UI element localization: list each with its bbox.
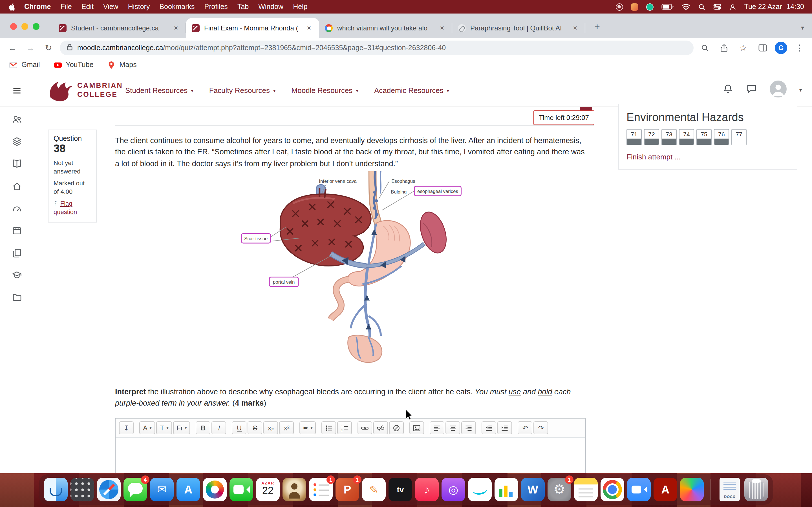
dock-icon-chrome[interactable]	[601, 478, 624, 501]
dock-icon-app-store[interactable]: A	[176, 478, 200, 501]
editor-strikethrough-button[interactable]: S	[248, 421, 262, 434]
window-zoom-button[interactable]	[33, 23, 40, 30]
browser-tab-2[interactable]: Final Exam - Momma Rhonda ( ×	[186, 18, 319, 38]
bookmark-gmail[interactable]: Gmail	[9, 61, 40, 69]
editor-italic-button[interactable]: I	[212, 421, 226, 434]
menubar-item-file[interactable]: File	[60, 3, 71, 11]
question-nav-button-73[interactable]: 73	[661, 129, 677, 145]
finish-attempt-link[interactable]: Finish attempt ...	[626, 153, 789, 161]
nav-academic-resources[interactable]: Academic Resources▾	[374, 86, 449, 94]
dock-icon-facetime[interactable]	[230, 478, 253, 501]
menubar-item-bookmarks[interactable]: Bookmarks	[159, 3, 195, 11]
menubar-item-chrome[interactable]: Chrome	[24, 3, 51, 11]
browser-tab-3[interactable]: which vitamin will you take alo ×	[319, 18, 452, 38]
sidebar-item-folder-icon[interactable]	[12, 292, 22, 302]
dock-icon-docx-file[interactable]: DOCX	[719, 478, 740, 501]
editor-bold-button[interactable]: B	[196, 421, 211, 434]
editor-align-left-button[interactable]	[430, 421, 445, 434]
editor-underline-button[interactable]: U	[232, 421, 247, 434]
back-button[interactable]: ←	[6, 41, 19, 54]
tab-search-button[interactable]: ▾	[801, 24, 804, 32]
dock-icon-reminders[interactable]: 1	[309, 478, 333, 501]
user-avatar[interactable]	[770, 80, 787, 100]
editor-font-family-button[interactable]: Fr▾	[173, 421, 190, 434]
question-nav-button-76[interactable]: 76	[714, 129, 729, 145]
dock-icon-photos[interactable]	[203, 478, 227, 501]
grammarly-icon[interactable]	[646, 3, 654, 10]
tab-close-icon[interactable]: ×	[571, 24, 580, 33]
dock-icon-launchpad[interactable]	[70, 478, 94, 501]
editor-redo-button[interactable]: ↷	[534, 421, 548, 434]
question-nav-button-75[interactable]: 75	[696, 129, 712, 145]
editor-outdent-button[interactable]	[482, 421, 497, 434]
sidebar-item-book-icon[interactable]	[12, 158, 22, 168]
editor-indent-button[interactable]	[498, 421, 512, 434]
menubar-item-window[interactable]: Window	[258, 3, 283, 11]
user-switcher-icon[interactable]	[729, 3, 737, 10]
editor-ordered-list-button[interactable]: 12	[338, 421, 352, 434]
sidebar-item-users-icon[interactable]	[12, 114, 22, 124]
dock-icon-powerpoint[interactable]: P1	[336, 478, 359, 501]
dock-icon-apple-tv[interactable]: tv	[389, 478, 412, 501]
new-tab-button[interactable]: +	[590, 20, 605, 34]
dock-icon-acrobat[interactable]: A	[654, 478, 677, 501]
sidebar-item-menu-icon[interactable]	[12, 86, 22, 96]
browser-tab-1[interactable]: Student - cambriancollege.ca ×	[53, 18, 186, 38]
reload-button[interactable]: ↻	[42, 41, 55, 54]
bookmark-youtube[interactable]: YouTube	[53, 61, 93, 69]
nav-moodle-resources[interactable]: Moodle Resources▾	[292, 86, 358, 94]
nav-student-resources[interactable]: Student Resources▾	[125, 86, 193, 94]
editor-superscript-button[interactable]: x²	[280, 421, 294, 434]
editor-font-size-button[interactable]: T▾	[156, 421, 172, 434]
spotlight-search-icon[interactable]	[698, 3, 705, 10]
dock-icon-safari[interactable]	[97, 478, 121, 501]
editor-link-button[interactable]	[358, 421, 372, 434]
dock-icon-numbers[interactable]	[495, 478, 518, 501]
editor-undo-button[interactable]: ↶	[518, 421, 532, 434]
screen-recording-indicator-icon[interactable]	[616, 3, 623, 10]
search-icon[interactable]	[698, 41, 712, 54]
editor-align-right-button[interactable]	[462, 421, 476, 434]
user-menu-caret-icon[interactable]: ▾	[799, 87, 802, 93]
tab-close-icon[interactable]: ×	[305, 24, 313, 33]
window-close-button[interactable]	[10, 23, 17, 30]
menubar-item-help[interactable]: Help	[293, 3, 307, 11]
cambrian-college-logo[interactable]: CAMBRIANCOLLEGE	[47, 79, 123, 101]
sidebar-item-calendar-icon[interactable]	[12, 225, 22, 235]
nav-faculty-resources[interactable]: Faculty Resources▾	[209, 86, 276, 94]
tab-close-icon[interactable]: ×	[438, 24, 447, 33]
dock-icon-mail[interactable]: ✉	[150, 478, 174, 501]
sidebar-item-layers-icon[interactable]	[12, 136, 22, 147]
control-center-icon[interactable]	[713, 3, 721, 10]
editor-unlink-button[interactable]	[373, 421, 388, 434]
address-bar[interactable]: moodle.cambriancollege.ca/mod/quiz/attem…	[60, 40, 694, 55]
tab-close-icon[interactable]: ×	[171, 24, 181, 33]
wifi-icon[interactable]	[682, 3, 690, 10]
dock-icon-podcasts[interactable]: ◎	[442, 478, 465, 501]
sidebar-item-gauge-icon[interactable]	[12, 204, 22, 214]
editor-prevent-autolink-button[interactable]	[389, 421, 404, 434]
dock-icon-messages[interactable]: 4	[123, 478, 147, 501]
editor-align-center-button[interactable]	[446, 421, 460, 434]
menubar-item-view[interactable]: View	[103, 3, 118, 11]
share-icon[interactable]	[717, 41, 731, 54]
flag-question-link[interactable]: ⚐Flag question	[54, 200, 91, 216]
dock-icon-photo-booth[interactable]	[283, 478, 306, 501]
dock-icon-zoom[interactable]	[627, 478, 651, 501]
question-nav-button-72[interactable]: 72	[644, 129, 659, 145]
bookmark-star-icon[interactable]: ☆	[737, 41, 750, 54]
forward-button[interactable]: →	[24, 41, 37, 54]
window-minimize-button[interactable]	[21, 23, 28, 30]
dock-icon-freeform[interactable]	[468, 478, 492, 501]
editor-subscript-button[interactable]: x₂	[264, 421, 278, 434]
menubar-item-history[interactable]: History	[128, 3, 150, 11]
bookmark-maps[interactable]: Maps	[107, 61, 137, 69]
chrome-menu-icon[interactable]: ⋮	[793, 41, 806, 54]
question-nav-button-71[interactable]: 71	[626, 129, 642, 145]
side-panel-icon[interactable]	[756, 41, 769, 54]
battery-icon[interactable]	[661, 3, 674, 10]
menubar-item-tab[interactable]: Tab	[238, 3, 249, 11]
editor-collapse-button[interactable]: ↧	[119, 421, 134, 434]
dock-icon-colorful-app[interactable]	[680, 478, 704, 501]
dock-icon-finder[interactable]	[44, 478, 68, 501]
